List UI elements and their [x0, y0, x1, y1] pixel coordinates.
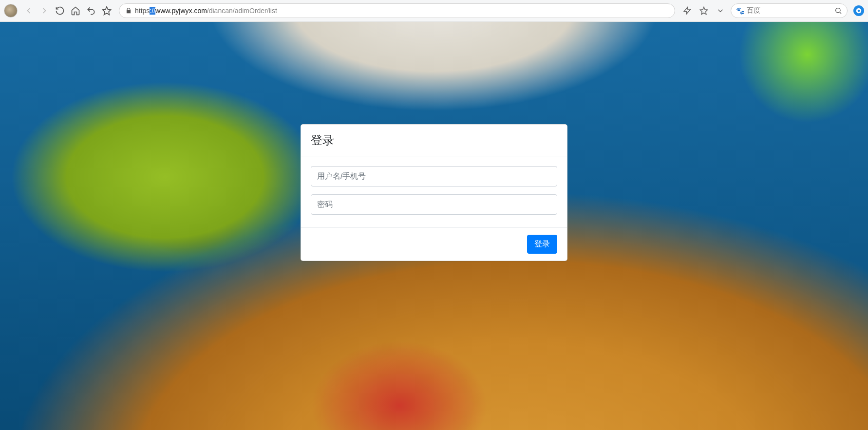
home-icon — [71, 6, 80, 16]
search-engine-box[interactable]: 🐾 百度 — [731, 3, 848, 18]
login-card-footer: 登录 — [301, 227, 567, 261]
chevron-down-icon — [716, 6, 725, 15]
back-button[interactable] — [23, 5, 34, 16]
right-icon-group — [682, 5, 726, 16]
nav-icon-group — [23, 5, 112, 16]
login-title: 登录 — [311, 132, 557, 148]
login-card: 登录 登录 — [301, 124, 567, 261]
bolt-icon — [683, 6, 692, 15]
lock-icon — [125, 7, 132, 14]
forward-button[interactable] — [39, 5, 50, 16]
password-input[interactable] — [311, 194, 557, 215]
svg-marker-2 — [700, 7, 708, 15]
search-icon — [834, 7, 842, 15]
undo-button[interactable] — [86, 5, 96, 16]
search-engine-label: 百度 — [747, 6, 831, 15]
browser-toolbar: https://www.pyjwyx.com/diancan/adimOrder… — [0, 0, 868, 22]
reload-icon — [55, 6, 65, 16]
login-card-body — [301, 156, 567, 227]
svg-marker-0 — [103, 7, 111, 15]
page-body: 登录 登录 — [0, 22, 868, 430]
star-outline-icon — [699, 6, 708, 15]
svg-point-6 — [858, 10, 860, 12]
svg-line-4 — [840, 12, 841, 14]
flash-button[interactable] — [682, 5, 693, 16]
reload-button[interactable] — [55, 5, 65, 16]
login-submit-button[interactable]: 登录 — [527, 235, 557, 254]
url-host: www.pyjwyx.com — [155, 7, 207, 15]
url-text: https://www.pyjwyx.com/diancan/adimOrder… — [135, 7, 277, 15]
profile-avatar[interactable] — [4, 4, 18, 18]
favorite-button[interactable] — [698, 5, 709, 16]
username-input[interactable] — [311, 166, 557, 187]
arrow-left-icon — [24, 6, 34, 16]
login-card-header: 登录 — [301, 125, 567, 156]
url-selection: :// — [150, 7, 155, 15]
extension-button[interactable] — [853, 5, 864, 16]
star-icon — [102, 6, 112, 16]
extension-icon — [855, 7, 862, 14]
home-button[interactable] — [70, 5, 81, 16]
bookmark-button[interactable] — [101, 5, 112, 16]
url-path: /diancan/adimOrder/list — [207, 7, 277, 15]
url-scheme: https — [135, 7, 150, 15]
dropdown-button[interactable] — [715, 5, 726, 16]
svg-marker-1 — [684, 7, 691, 15]
svg-point-3 — [836, 8, 840, 13]
arrow-right-icon — [39, 6, 49, 16]
address-bar[interactable]: https://www.pyjwyx.com/diancan/adimOrder… — [119, 3, 675, 18]
undo-icon — [86, 6, 96, 16]
baidu-icon: 🐾 — [736, 7, 744, 15]
